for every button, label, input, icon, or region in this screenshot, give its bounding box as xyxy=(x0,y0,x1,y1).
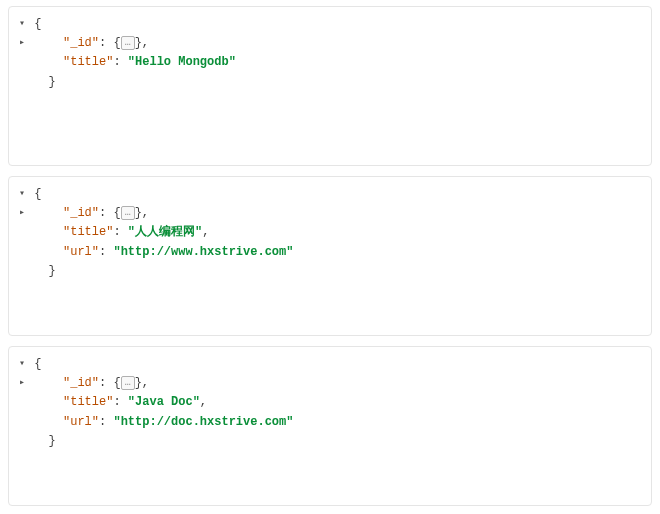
json-key: "url" xyxy=(63,415,99,429)
toggle-spacer xyxy=(17,432,27,433)
document-block: ▾ {▸ "_id": {…}, "title": "Hello Mongodb… xyxy=(8,6,652,166)
json-key: "_id" xyxy=(63,376,99,390)
colon: : xyxy=(113,55,127,69)
colon: : xyxy=(99,36,113,50)
brace-open-inline: { xyxy=(113,36,120,50)
brace-close: } xyxy=(27,73,56,92)
json-value: "人人编程网" xyxy=(128,225,202,239)
json-field-line: "title": "Hello Mongodb" xyxy=(17,53,641,72)
colon: : xyxy=(99,206,113,220)
comma: , xyxy=(142,36,149,50)
comma: , xyxy=(142,376,149,390)
expand-toggle-icon[interactable]: ▾ xyxy=(17,185,27,202)
document-block: ▾ {▸ "_id": {…}, "title": "人人编程网", "url"… xyxy=(8,176,652,336)
collapsed-ellipsis-icon[interactable]: … xyxy=(121,36,135,50)
comma: , xyxy=(202,225,209,239)
expand-toggle-icon[interactable]: ▾ xyxy=(17,355,27,372)
json-field-content: "_id": {…}, xyxy=(27,374,149,393)
collapsed-ellipsis-icon[interactable]: … xyxy=(121,376,135,390)
json-open-line: ▾ { xyxy=(17,15,641,34)
json-key: "url" xyxy=(63,245,99,259)
json-field-line: ▸ "_id": {…}, xyxy=(17,374,641,393)
json-value: "Hello Mongodb" xyxy=(128,55,236,69)
json-key: "_id" xyxy=(63,36,99,50)
expand-toggle-icon[interactable]: ▾ xyxy=(17,15,27,32)
brace-close-inline: } xyxy=(135,206,142,220)
json-key: "title" xyxy=(63,55,113,69)
brace-open-inline: { xyxy=(113,376,120,390)
brace-open-inline: { xyxy=(113,206,120,220)
colon: : xyxy=(113,225,127,239)
json-field-line: "title": "Java Doc", xyxy=(17,393,641,412)
brace-open: { xyxy=(27,355,41,374)
json-field-line: "url": "http://www.hxstrive.com" xyxy=(17,243,641,262)
colon: : xyxy=(99,245,113,259)
json-key: "title" xyxy=(63,225,113,239)
brace-close-inline: } xyxy=(135,376,142,390)
json-key: "title" xyxy=(63,395,113,409)
json-field-line: ▸ "_id": {…}, xyxy=(17,34,641,53)
json-field-content: "_id": {…}, xyxy=(27,34,149,53)
comma: , xyxy=(142,206,149,220)
json-field-content: "title": "Java Doc", xyxy=(27,393,207,412)
brace-open: { xyxy=(27,185,41,204)
json-field-content: "url": "http://www.hxstrive.com" xyxy=(27,243,293,262)
toggle-spacer xyxy=(17,413,27,414)
brace-open: { xyxy=(27,15,41,34)
comma: , xyxy=(200,395,207,409)
toggle-spacer xyxy=(17,243,27,244)
toggle-spacer xyxy=(17,393,27,394)
json-open-line: ▾ { xyxy=(17,185,641,204)
toggle-spacer xyxy=(17,53,27,54)
expand-toggle-icon[interactable]: ▸ xyxy=(17,204,27,221)
colon: : xyxy=(113,395,127,409)
json-field-line: ▸ "_id": {…}, xyxy=(17,204,641,223)
colon: : xyxy=(99,376,113,390)
json-field-content: "title": "Hello Mongodb" xyxy=(27,53,236,72)
toggle-spacer xyxy=(17,223,27,224)
colon: : xyxy=(99,415,113,429)
brace-close: } xyxy=(27,432,56,451)
json-field-content: "_id": {…}, xyxy=(27,204,149,223)
json-open-line: ▾ { xyxy=(17,355,641,374)
json-field-content: "title": "人人编程网", xyxy=(27,223,209,242)
json-field-line: "title": "人人编程网", xyxy=(17,223,641,242)
json-value: "http://www.hxstrive.com" xyxy=(113,245,293,259)
toggle-spacer xyxy=(17,73,27,74)
expand-toggle-icon[interactable]: ▸ xyxy=(17,34,27,51)
json-close-line: } xyxy=(17,73,641,92)
json-field-line: "url": "http://doc.hxstrive.com" xyxy=(17,413,641,432)
collapsed-ellipsis-icon[interactable]: … xyxy=(121,206,135,220)
json-value: "http://doc.hxstrive.com" xyxy=(113,415,293,429)
json-value: "Java Doc" xyxy=(128,395,200,409)
json-field-content: "url": "http://doc.hxstrive.com" xyxy=(27,413,293,432)
expand-toggle-icon[interactable]: ▸ xyxy=(17,374,27,391)
json-key: "_id" xyxy=(63,206,99,220)
json-close-line: } xyxy=(17,262,641,281)
json-close-line: } xyxy=(17,432,641,451)
brace-close: } xyxy=(27,262,56,281)
brace-close-inline: } xyxy=(135,36,142,50)
toggle-spacer xyxy=(17,262,27,263)
document-block: ▾ {▸ "_id": {…}, "title": "Java Doc", "u… xyxy=(8,346,652,506)
